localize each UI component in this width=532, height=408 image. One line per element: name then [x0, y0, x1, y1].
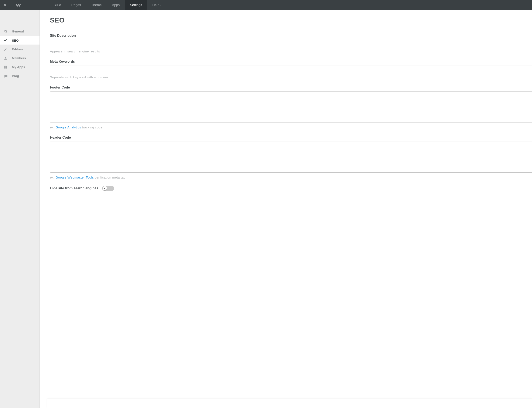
top-nav-items: Build Pages Theme Apps Settings Help▾ — [48, 0, 166, 10]
close-icon — [3, 3, 7, 7]
app-body: General SEO Editors Members My Apps — [0, 10, 532, 408]
hide-site-toggle[interactable] — [102, 186, 114, 191]
header-code-hint: ex. Google Webmaster Tools verification … — [50, 176, 532, 179]
hint-prefix: ex. — [50, 176, 55, 179]
svg-rect-4 — [4, 67, 6, 68]
site-description-input[interactable] — [50, 40, 532, 47]
top-nav-left — [0, 0, 27, 10]
nav-build[interactable]: Build — [48, 0, 66, 10]
hide-site-label: Hide site from search engines — [50, 186, 98, 190]
top-nav: Build Pages Theme Apps Settings Help▾ — [0, 0, 532, 10]
nav-label: Settings — [130, 3, 142, 7]
sidebar-item-my-apps[interactable]: My Apps — [0, 63, 40, 72]
trending-up-icon — [4, 38, 8, 42]
sidebar-item-label: Editors — [12, 47, 23, 51]
header-code-label: Header Code — [50, 136, 532, 139]
sidebar-item-editors[interactable]: Editors — [0, 45, 40, 54]
logo-icon — [16, 3, 22, 7]
google-analytics-link[interactable]: Google Analytics — [55, 126, 81, 129]
sidebar-item-label: Blog — [12, 74, 19, 78]
chevron-down-icon: ▾ — [160, 4, 161, 6]
sidebar-item-seo[interactable]: SEO — [0, 36, 40, 45]
sidebar-item-general[interactable]: General — [0, 27, 40, 36]
apps-grid-icon — [4, 65, 8, 69]
toggle-knob — [103, 186, 107, 190]
svg-rect-5 — [6, 67, 7, 68]
nav-help[interactable]: Help▾ — [147, 0, 166, 10]
meta-keywords-label: Meta Keywords — [50, 60, 532, 63]
main-content: SEO Site Description Appears in search e… — [40, 10, 532, 408]
field-header-code: Header Code ex. Google Webmaster Tools v… — [50, 136, 532, 179]
meta-keywords-hint: Separate each keyword with a comma — [50, 75, 532, 79]
bottom-panel — [47, 399, 532, 408]
page-title: SEO — [50, 16, 532, 28]
nav-label: Theme — [91, 3, 102, 7]
nav-settings[interactable]: Settings — [125, 0, 147, 10]
weebly-logo[interactable] — [10, 3, 27, 7]
settings-sidebar: General SEO Editors Members My Apps — [0, 10, 40, 408]
hint-suffix: verification meta tag — [94, 176, 126, 179]
field-meta-keywords: Meta Keywords Separate each keyword with… — [50, 60, 532, 79]
field-site-description: Site Description Appears in search engin… — [50, 34, 532, 53]
nav-label: Apps — [112, 3, 120, 7]
close-button[interactable] — [0, 3, 10, 7]
footer-code-hint: ex. Google Analytics tracking code — [50, 126, 532, 129]
site-description-hint: Appears in search engine results — [50, 50, 532, 53]
field-footer-code: Footer Code ex. Google Analytics trackin… — [50, 85, 532, 129]
nav-apps[interactable]: Apps — [107, 0, 125, 10]
field-hide-site: Hide site from search engines — [50, 186, 532, 191]
sidebar-item-label: My Apps — [12, 65, 25, 69]
footer-code-label: Footer Code — [50, 85, 532, 89]
header-code-textarea[interactable] — [50, 142, 532, 173]
sidebar-item-label: General — [12, 29, 24, 33]
gear-icon — [4, 29, 8, 33]
nav-label: Help — [152, 3, 159, 7]
svg-rect-3 — [6, 66, 7, 67]
hint-prefix: ex. — [50, 126, 55, 129]
sidebar-item-blog[interactable]: Blog — [0, 72, 40, 80]
nav-label: Build — [53, 3, 61, 7]
meta-keywords-input[interactable] — [50, 66, 532, 73]
site-description-label: Site Description — [50, 34, 532, 38]
sidebar-item-members[interactable]: Members — [0, 54, 40, 63]
nav-label: Pages — [71, 3, 81, 7]
google-webmaster-tools-link[interactable]: Google Webmaster Tools — [55, 176, 94, 179]
sidebar-item-label: Members — [12, 56, 26, 60]
svg-rect-2 — [4, 66, 6, 67]
sidebar-item-label: SEO — [12, 39, 19, 42]
pencil-icon — [4, 47, 8, 51]
footer-code-textarea[interactable] — [50, 92, 532, 122]
person-icon — [4, 56, 8, 60]
nav-theme[interactable]: Theme — [86, 0, 107, 10]
hint-suffix: tracking code — [81, 126, 102, 129]
nav-pages[interactable]: Pages — [66, 0, 86, 10]
chat-icon — [4, 74, 8, 78]
